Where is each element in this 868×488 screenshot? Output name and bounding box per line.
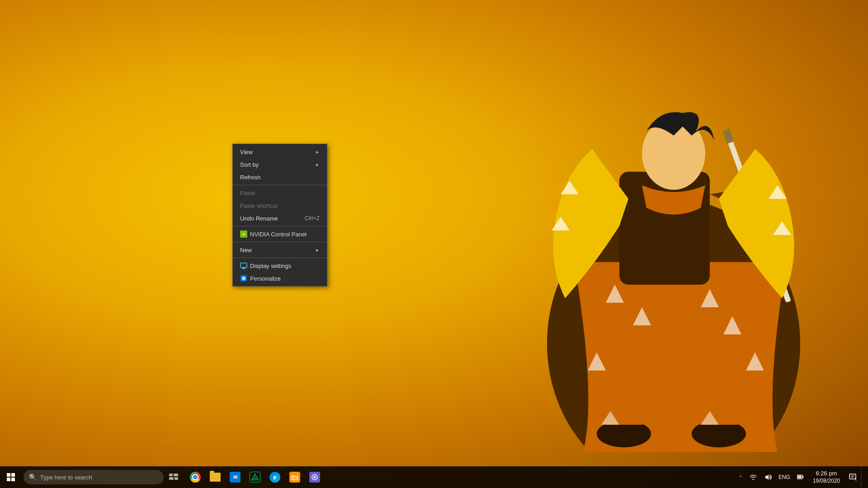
- windows-logo-icon: [7, 473, 15, 481]
- show-desktop-button[interactable]: [861, 466, 864, 488]
- wifi-icon[interactable]: [746, 470, 760, 484]
- taskbar-app-filemanager[interactable]: [285, 467, 305, 487]
- language-indicator[interactable]: ENG: [777, 470, 792, 484]
- context-menu-item-personalize[interactable]: Personalize: [233, 272, 327, 285]
- svg-rect-21: [241, 263, 247, 267]
- context-menu-item-paste-shortcut: Paste shortcut: [233, 199, 327, 212]
- taskbar-app-unknown[interactable]: [305, 467, 325, 487]
- svg-point-36: [313, 476, 316, 479]
- clock-date: 19/08/2020: [813, 478, 840, 485]
- context-menu-item-paste: Paste: [233, 187, 327, 199]
- context-menu-view-arrow: ►: [315, 150, 320, 155]
- svg-rect-23: [242, 268, 245, 269]
- taskbar-app-predator[interactable]: [245, 467, 265, 487]
- taskbar: 🔍 Type here to search ✉: [0, 466, 868, 488]
- context-menu-sortby-label: Sort by: [240, 161, 315, 168]
- clock-display[interactable]: 6:26 pm 19/08/2020: [808, 466, 844, 488]
- svg-rect-39: [802, 476, 803, 478]
- context-menu-sortby-arrow: ►: [315, 162, 320, 167]
- task-view-button[interactable]: [164, 466, 184, 488]
- system-tray: ⌃ ENG: [736, 466, 868, 488]
- context-menu-undo-rename-label: Undo Rename: [240, 215, 296, 222]
- start-button[interactable]: [0, 466, 22, 488]
- filemanager-icon: [289, 472, 300, 483]
- svg-rect-28: [174, 474, 178, 476]
- context-menu-paste-shortcut-label: Paste shortcut: [240, 202, 320, 209]
- context-menu-new-label: New: [240, 247, 315, 253]
- svg-rect-29: [169, 477, 174, 480]
- context-menu-personalize-label: Personalize: [250, 275, 320, 282]
- context-menu-new-arrow: ►: [315, 248, 320, 253]
- context-menu-item-undo-rename[interactable]: Undo Rename Ctrl+Z: [233, 212, 327, 225]
- personalize-icon: [240, 275, 247, 282]
- search-placeholder: Type here to search: [40, 474, 92, 481]
- svg-rect-41: [849, 474, 856, 479]
- pinned-apps-area: ✉ e: [185, 466, 325, 488]
- svg-rect-27: [169, 474, 173, 476]
- taskbar-app-mail[interactable]: ✉: [225, 467, 245, 487]
- svg-rect-40: [797, 475, 802, 479]
- context-menu-item-sortby[interactable]: Sort by ►: [233, 158, 327, 171]
- chrome-icon: [190, 472, 201, 483]
- menu-separator-3: [233, 242, 327, 242]
- notification-button[interactable]: [845, 466, 860, 488]
- context-menu-nvidia-label: NVIDIA Control Panel: [250, 231, 320, 238]
- tray-overflow-button[interactable]: ⌃: [736, 466, 745, 488]
- unknown-app-icon: [309, 472, 320, 483]
- desktop-background: [0, 0, 868, 488]
- nvidia-icon: N: [240, 230, 247, 238]
- svg-line-44: [855, 478, 856, 481]
- mail-icon: ✉: [230, 472, 241, 483]
- language-label: ENG: [778, 474, 790, 480]
- folder-icon: [210, 473, 221, 482]
- svg-marker-37: [765, 474, 769, 480]
- predator-icon: [250, 472, 260, 483]
- taskbar-app-edge[interactable]: e: [265, 467, 285, 487]
- context-menu-refresh-label: Refresh: [240, 174, 320, 181]
- context-menu-item-view[interactable]: View ►: [233, 145, 327, 158]
- menu-separator-1: [233, 185, 327, 185]
- menu-separator-2: [233, 226, 327, 226]
- svg-rect-30: [175, 477, 178, 480]
- context-menu: View ► Sort by ► Refresh Paste Paste sho…: [232, 144, 327, 286]
- volume-icon[interactable]: [761, 470, 776, 484]
- svg-point-26: [243, 278, 245, 279]
- menu-separator-4: [233, 258, 327, 258]
- context-menu-item-new[interactable]: New ►: [233, 244, 327, 256]
- search-icon: 🔍: [29, 474, 37, 481]
- battery-icon[interactable]: [793, 470, 807, 484]
- svg-rect-22: [243, 267, 245, 268]
- context-menu-display-label: Display settings: [250, 263, 320, 269]
- context-menu-undo-rename-shortcut: Ctrl+Z: [305, 215, 320, 221]
- context-menu-paste-label: Paste: [240, 190, 320, 197]
- task-view-icon: [169, 474, 178, 481]
- clock-time: 6:26 pm: [816, 470, 837, 478]
- taskbar-search[interactable]: 🔍 Type here to search: [24, 470, 164, 484]
- context-menu-item-refresh[interactable]: Refresh: [233, 171, 327, 183]
- taskbar-app-file-explorer[interactable]: [205, 467, 225, 487]
- display-settings-icon: [240, 262, 247, 269]
- edge-icon: e: [269, 472, 280, 483]
- context-menu-item-display-settings[interactable]: Display settings: [233, 259, 327, 272]
- context-menu-view-label: View: [240, 149, 315, 155]
- context-menu-item-nvidia[interactable]: N NVIDIA Control Panel: [233, 228, 327, 240]
- taskbar-app-chrome[interactable]: [185, 467, 205, 487]
